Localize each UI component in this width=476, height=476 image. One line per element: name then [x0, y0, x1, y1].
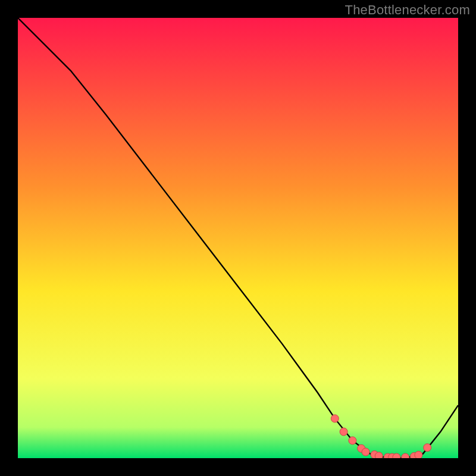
marker-point — [331, 415, 339, 422]
marker-point — [340, 428, 347, 436]
marker-point — [393, 453, 400, 458]
watermark-text: TheBottlenecker.com — [345, 2, 470, 18]
marker-point — [424, 444, 431, 452]
plot-area — [18, 18, 458, 458]
marker-point — [402, 453, 409, 458]
chart-frame: TheBottlenecker.com — [0, 0, 476, 476]
gradient-background — [18, 18, 458, 458]
marker-point — [362, 448, 369, 456]
marker-point — [349, 437, 356, 444]
marker-point — [375, 452, 383, 458]
chart-svg — [18, 18, 458, 458]
marker-point — [415, 451, 422, 458]
